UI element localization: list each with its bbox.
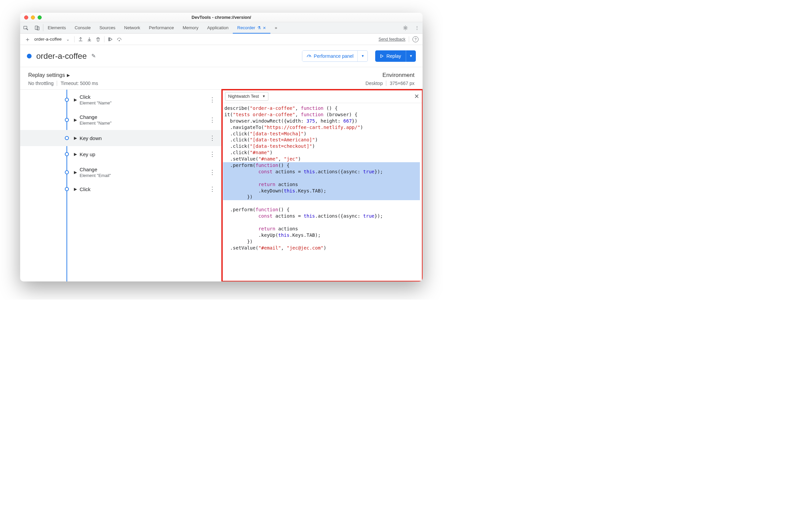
step-menu-icon[interactable]: ⋮ (209, 151, 215, 158)
inspect-element-icon[interactable] (20, 22, 31, 33)
throttling-value: No throttling (28, 80, 53, 86)
tab-console[interactable]: Console (70, 22, 95, 33)
code-toolbar: Nightwatch Test ▼ ✕ (222, 90, 422, 103)
delete-icon[interactable] (95, 37, 101, 42)
step-title: Change (79, 167, 111, 172)
tab-elements[interactable]: Elements (43, 22, 70, 33)
recording-title-row: order-a-coffee ✎ Performance panel ▼ Rep… (20, 45, 422, 67)
step-bullet-icon (65, 118, 69, 122)
tab-label: Console (74, 25, 91, 30)
new-recording-button[interactable]: ＋ (24, 35, 31, 43)
step-row[interactable]: ▶ Change Element "Email" ⋮ (20, 162, 221, 182)
code-body[interactable]: describe("order-a-coffee", function () {… (222, 103, 422, 281)
step-forward-icon[interactable] (108, 37, 113, 42)
performance-panel-group: Performance panel ▼ (302, 50, 368, 62)
step-title: Change (79, 114, 112, 120)
chevron-right-icon: ▶ (74, 97, 77, 102)
replay-settings-label[interactable]: Replay settings (28, 72, 65, 78)
chevron-right-icon: ▶ (74, 187, 77, 191)
recorder-body: ▶ Click Element "Name" ⋮ ▶ Change Elemen… (20, 90, 422, 281)
replay-dropdown[interactable]: ▼ (406, 50, 416, 62)
recording-select-dropdown[interactable]: ⌄ (65, 37, 71, 42)
step-menu-icon[interactable]: ⋮ (209, 96, 215, 103)
step-row[interactable]: ▶ Click Element "Name" ⋮ (20, 90, 221, 110)
window-maximize-button[interactable] (38, 16, 42, 20)
tabs-overflow-button[interactable]: » (270, 22, 282, 33)
code-format-label: Nightwatch Test (228, 94, 259, 99)
tab-label: Recorder (237, 25, 255, 30)
timeout-value: Timeout: 5000 ms (61, 80, 98, 86)
tab-application[interactable]: Application (203, 22, 233, 33)
step-menu-icon[interactable]: ⋮ (209, 185, 215, 193)
step-bullet-icon (65, 187, 69, 191)
steps-timeline-pane: ▶ Click Element "Name" ⋮ ▶ Change Elemen… (20, 90, 221, 281)
step-title: Click (79, 186, 91, 192)
chevron-right-icon: ▶ (74, 152, 77, 157)
replay-label: Replay (386, 53, 401, 59)
tab-recorder[interactable]: Recorder ⚗ × (233, 22, 270, 33)
window-title: DevTools - chrome://version/ (20, 15, 422, 20)
send-feedback-link[interactable]: Send feedback (378, 37, 406, 42)
svg-point-3 (405, 27, 407, 28)
step-over-icon[interactable] (117, 37, 122, 42)
step-row[interactable]: ▶ Change Element "Name" ⋮ (20, 110, 221, 130)
performance-panel-dropdown[interactable]: ▼ (357, 51, 368, 62)
window-minimize-button[interactable] (31, 16, 35, 20)
devtools-window: DevTools - chrome://version/ Elements Co… (20, 13, 422, 281)
window-close-button[interactable] (24, 16, 28, 20)
step-title: Key down (79, 135, 102, 141)
step-title: Click (79, 94, 112, 100)
svg-point-5 (119, 40, 120, 41)
import-icon[interactable] (87, 37, 92, 42)
step-bullet-icon (65, 98, 69, 102)
kebab-menu-icon[interactable]: ⋮ (411, 22, 422, 33)
tab-label: Sources (99, 25, 116, 30)
svg-rect-4 (109, 38, 110, 41)
step-row[interactable]: ▶ Key up ⋮ (20, 146, 221, 162)
replay-button[interactable]: Replay (375, 50, 406, 62)
recorder-toolbar: ＋ order-a-coffee ⌄ Send feedback ? (20, 33, 422, 45)
performance-panel-button[interactable]: Performance panel (302, 51, 357, 62)
chevron-right-icon: ▶ (74, 170, 77, 175)
window-controls (24, 16, 42, 20)
help-icon[interactable]: ? (413, 36, 418, 42)
step-menu-icon[interactable]: ⋮ (209, 169, 215, 176)
viewport-value: 375×667 px (390, 80, 415, 86)
environment-label: Environment (383, 72, 415, 78)
step-row[interactable]: ▶ Click ⋮ (20, 182, 221, 196)
step-menu-icon[interactable]: ⋮ (209, 134, 215, 142)
tab-memory[interactable]: Memory (178, 22, 203, 33)
chevron-right-icon: ▶ (74, 118, 77, 122)
performance-panel-label: Performance panel (314, 53, 353, 59)
step-bullet-icon (65, 152, 69, 156)
environment-value: Desktop (366, 80, 383, 86)
tab-close-icon[interactable]: × (263, 25, 266, 30)
tab-label: Performance (149, 25, 174, 30)
flask-icon: ⚗ (257, 25, 261, 30)
code-format-dropdown[interactable]: Nightwatch Test ▼ (225, 92, 269, 101)
device-toggle-icon[interactable] (31, 22, 43, 33)
step-menu-icon[interactable]: ⋮ (209, 116, 215, 123)
step-bullet-icon (65, 170, 69, 174)
replay-settings-block: Replay settings ▶ Environment No throttl… (20, 67, 422, 90)
recording-title: order-a-coffee (36, 51, 87, 61)
replay-settings-expand-icon[interactable]: ▶ (67, 73, 70, 77)
step-subtitle: Element "Email" (79, 173, 111, 178)
caret-down-icon: ▼ (262, 94, 266, 98)
close-code-pane-icon[interactable]: ✕ (414, 93, 419, 100)
chevron-right-icon: ▶ (74, 136, 77, 140)
step-bullet-icon (65, 136, 69, 140)
edit-title-icon[interactable]: ✎ (91, 53, 96, 59)
recording-name-label: order-a-coffee (34, 37, 62, 42)
code-export-pane: Nightwatch Test ▼ ✕ describe("order-a-co… (221, 90, 422, 281)
tab-sources[interactable]: Sources (95, 22, 120, 33)
panel-tabstrip: Elements Console Sources Network Perform… (20, 22, 422, 33)
replay-group: Replay ▼ (375, 50, 416, 62)
step-subtitle: Element "Name" (79, 121, 112, 125)
settings-gear-icon[interactable] (400, 22, 411, 33)
tab-label: Memory (183, 25, 199, 30)
tab-network[interactable]: Network (120, 22, 145, 33)
export-icon[interactable] (78, 37, 83, 42)
step-row-selected[interactable]: ▶ Key down ⋮ (20, 130, 221, 146)
tab-performance[interactable]: Performance (144, 22, 178, 33)
